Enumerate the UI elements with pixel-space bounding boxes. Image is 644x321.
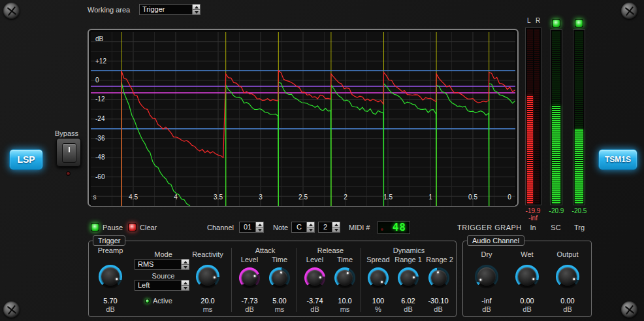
- working-area-spinner[interactable]: [193, 4, 201, 15]
- note-label: Note: [273, 224, 288, 231]
- preamp-label: Preamp: [90, 246, 131, 254]
- arrow-up-icon[interactable]: [307, 222, 314, 228]
- working-area-label: Working area: [88, 6, 130, 14]
- db-axis-label: +12: [95, 58, 106, 65]
- mode-combo[interactable]: RMS: [135, 259, 189, 270]
- reactivity-knob[interactable]: [196, 265, 219, 288]
- time-axis-label: 1: [422, 194, 439, 201]
- arrow-down-icon[interactable]: [193, 10, 200, 14]
- midi-number-label: MIDI #: [349, 224, 370, 231]
- release-time-label: Time: [330, 256, 359, 263]
- mode-label: Mode: [131, 250, 196, 258]
- octave-value[interactable]: 2: [318, 222, 332, 233]
- time-axis-label: 1.5: [379, 194, 396, 201]
- range2-knob[interactable]: [428, 267, 449, 288]
- wet-value: 0.00: [509, 297, 545, 305]
- arrow-up-icon[interactable]: [332, 222, 340, 228]
- reactivity-label: Reactivity: [187, 250, 229, 258]
- release-level-label: Level: [300, 256, 329, 263]
- channel-spinbox[interactable]: 01: [239, 222, 264, 233]
- output-label: Output: [549, 250, 586, 258]
- octave-spinbox[interactable]: 2: [318, 222, 340, 233]
- working-area-value[interactable]: Trigger: [139, 4, 193, 15]
- db-axis-label: -60: [95, 173, 105, 180]
- octave-spinner[interactable]: [332, 222, 340, 233]
- knob-indicator-icon: [479, 279, 482, 281]
- range1-value: 6.02: [392, 297, 425, 305]
- note-spinner[interactable]: [307, 222, 315, 233]
- preamp-knob[interactable]: [99, 265, 122, 288]
- output-knob[interactable]: [556, 265, 579, 288]
- working-area-combo[interactable]: Trigger: [139, 4, 201, 15]
- release-level-value: -3.74: [299, 297, 330, 305]
- arrow-up-icon[interactable]: [182, 280, 189, 286]
- range1-knob[interactable]: [398, 267, 419, 288]
- separator: [231, 248, 232, 312]
- lsp-logo-button[interactable]: LSP: [9, 149, 43, 170]
- arrow-down-icon[interactable]: [332, 228, 340, 232]
- wet-unit: dB: [509, 305, 545, 313]
- wet-knob[interactable]: [515, 265, 539, 288]
- pause-label: Pause: [103, 224, 123, 231]
- arrow-down-icon[interactable]: [256, 228, 263, 232]
- trigger-meter: [573, 29, 585, 205]
- screw-icon: [3, 3, 20, 19]
- mode-value[interactable]: RMS: [135, 259, 182, 270]
- knob-indicator-icon: [413, 276, 415, 278]
- release-level-knob[interactable]: [304, 267, 325, 288]
- preamp-unit: dB: [90, 305, 131, 313]
- preamp-value: 5.70: [90, 297, 131, 305]
- arrow-down-icon[interactable]: [307, 228, 314, 232]
- audio-channel-panel: Audio Channel Dry -inf dB Wet 0.00 dB Ou…: [462, 241, 592, 317]
- sc-meter-enable-button[interactable]: [552, 19, 560, 27]
- spread-unit: %: [362, 305, 394, 313]
- arrow-up-icon[interactable]: [182, 260, 189, 265]
- input-meter-r-value: -inf: [521, 214, 545, 222]
- knob-indicator-icon: [253, 275, 256, 277]
- mode-spinner[interactable]: [182, 259, 189, 270]
- channel-value[interactable]: 01: [239, 222, 256, 233]
- attack-time-knob[interactable]: [269, 267, 290, 288]
- arrow-down-icon[interactable]: [182, 265, 189, 269]
- screw-icon: [621, 3, 637, 19]
- bypass-led: [66, 171, 71, 176]
- note-value[interactable]: C: [291, 222, 307, 233]
- bypass-rocker[interactable]: [62, 143, 76, 163]
- pause-button[interactable]: [91, 223, 99, 231]
- trg-meter-enable-button[interactable]: [575, 19, 583, 27]
- spread-value: 100: [362, 297, 394, 305]
- release-time-knob[interactable]: [334, 267, 355, 288]
- bypass-switch[interactable]: [56, 138, 81, 167]
- attack-level-knob[interactable]: [239, 267, 260, 288]
- separator: [297, 248, 297, 312]
- time-axis-label: 0: [501, 194, 518, 201]
- attack-level-label: Level: [235, 256, 264, 263]
- plugin-window: Working area Trigger LSP TSM1S Bypass dB…: [0, 0, 644, 321]
- db-axis-label: -24: [95, 115, 105, 122]
- clear-button[interactable]: [128, 223, 137, 231]
- spread-knob[interactable]: [368, 267, 389, 288]
- dry-knob[interactable]: [475, 265, 498, 288]
- sidechain-meter-value: -20.9: [546, 207, 567, 214]
- sidechain-meter-bar: [552, 31, 560, 203]
- arrow-up-icon[interactable]: [256, 222, 263, 228]
- time-axis-label: 3: [252, 194, 269, 201]
- output-value: 0.00: [549, 297, 586, 305]
- knob-indicator-icon: [573, 277, 575, 280]
- trigger-panel-title: Trigger: [93, 235, 125, 246]
- arrow-down-icon[interactable]: [182, 286, 189, 290]
- time-axis-label: s: [90, 194, 99, 201]
- trigger-panel: Trigger Preamp 5.70 dB Mode RMS Source L…: [88, 241, 457, 317]
- arrow-up-icon[interactable]: [193, 5, 200, 10]
- release-header: Release: [299, 246, 362, 254]
- source-spinner[interactable]: [182, 280, 189, 291]
- trigger-graph-panel: dB +12 0 -12 -24 -36 -48 -60 s 4.5 4 3.5…: [88, 29, 519, 207]
- attack-time-unit: ms: [264, 305, 295, 313]
- channel-spinner[interactable]: [256, 222, 264, 233]
- plugin-name-button[interactable]: TSM1S: [598, 149, 637, 170]
- note-spinbox[interactable]: C: [291, 222, 315, 233]
- time-axis-label: 2.5: [295, 194, 312, 201]
- release-time-value: 10.0: [329, 297, 361, 305]
- source-value[interactable]: Left: [135, 280, 182, 291]
- source-combo[interactable]: Left: [135, 280, 189, 291]
